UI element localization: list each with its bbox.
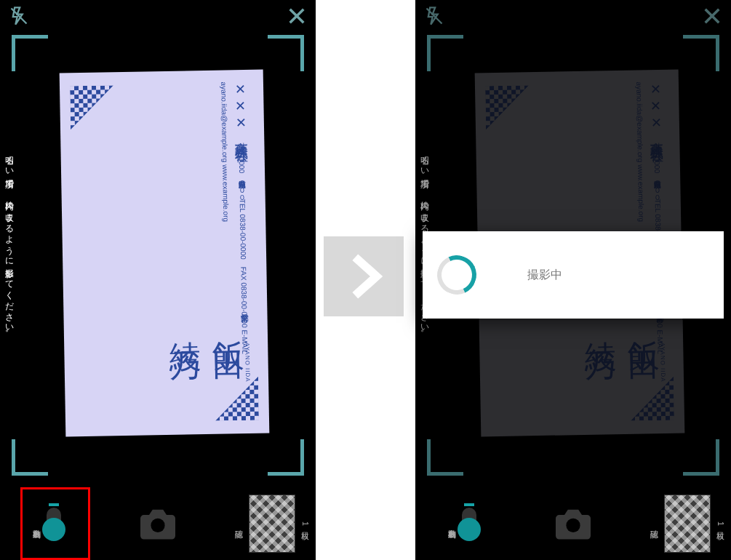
card-url: www.example.org: [221, 164, 230, 222]
card-postal: 758-0000 山口県萩市江向０００: [652, 143, 661, 197]
frame-corner-br: [683, 439, 719, 476]
bottom-bar: 名刺自動検出 確認 1枚目: [0, 487, 316, 560]
auto-detect-toggle[interactable]: [47, 508, 61, 540]
hint-text: 明るい場所で、枠内に収まるように撮影してください。: [3, 150, 15, 338]
card-roman: AYANO IIDA: [659, 343, 666, 383]
count-label: 1枚目: [300, 521, 311, 526]
dialog-text: 撮影中: [527, 268, 562, 283]
svg-point-7: [566, 519, 580, 532]
card-company: ✕✕✕商事株式会社: [233, 81, 248, 140]
auto-detect-toggle-slot: 名刺自動検出: [415, 487, 503, 560]
frame-corner-bl: [12, 439, 48, 476]
close-icon[interactable]: [284, 3, 310, 29]
bottom-bar: 名刺自動検出 確認 1枚目: [415, 487, 731, 560]
thumb-slot: 確認 1枚目: [644, 487, 731, 560]
shutter-button[interactable]: [135, 506, 181, 541]
capturing-dialog: 撮影中: [423, 231, 724, 319]
frame-corner-br: [268, 439, 304, 476]
svg-point-3: [151, 519, 164, 532]
card-postal: 758-0000 山口県萩市江向０００: [237, 143, 246, 197]
auto-detect-toggle[interactable]: [462, 508, 476, 540]
count-label: 1枚目: [715, 521, 726, 526]
flash-off-icon[interactable]: [6, 3, 32, 29]
card-name: 飯田綾乃: [164, 315, 250, 337]
frame-corner-tr: [268, 35, 304, 71]
business-card-preview: ✕✕✕商事株式会社 758-0000 山口県萩市江向０００ TEL 0838-0…: [60, 70, 270, 437]
camera-screen-before: 明るい場所で、枠内に収まるように撮影してください。 ✕✕✕商事株式会社 758-…: [0, 0, 316, 560]
card-pattern-tl: [70, 85, 114, 129]
frame-corner-tr: [683, 35, 719, 71]
card-name-block: 営業部 飯田綾乃 AYANO IIDA: [579, 308, 666, 384]
camera-screen-after: 明るい場所で、枠内に収まるように撮影してください。 ✕✕✕商事株式会社 758-…: [415, 0, 731, 560]
card-company: ✕✕✕商事株式会社: [648, 81, 663, 140]
shutter-slot: [503, 487, 644, 560]
top-bar: [415, 0, 731, 32]
flash-off-icon[interactable]: [421, 3, 447, 29]
frame-corner-tl: [427, 35, 463, 71]
spinner-icon: [431, 249, 482, 300]
viewfinder: 明るい場所で、枠内に収まるように撮影してください。 ✕✕✕商事株式会社 758-…: [0, 0, 316, 487]
card-name-block: 営業部 飯田綾乃 AYANO IIDA: [164, 308, 251, 384]
card-pattern-tl: [485, 85, 530, 129]
close-icon[interactable]: [699, 3, 725, 29]
last-capture-thumb[interactable]: [249, 495, 295, 553]
top-bar: [0, 0, 316, 32]
last-capture-thumb[interactable]: [664, 495, 711, 553]
transition-arrow-icon: [324, 236, 404, 316]
thumb-slot: 確認 1枚目: [228, 487, 316, 560]
frame-corner-tl: [12, 35, 48, 71]
shutter-slot: [87, 487, 228, 560]
auto-detect-toggle-slot: 名刺自動検出: [0, 487, 87, 560]
card-url: www.example.org: [636, 164, 645, 222]
shutter-button[interactable]: [550, 506, 596, 541]
card-roman: AYANO IIDA: [244, 343, 251, 383]
frame-corner-bl: [427, 439, 463, 476]
